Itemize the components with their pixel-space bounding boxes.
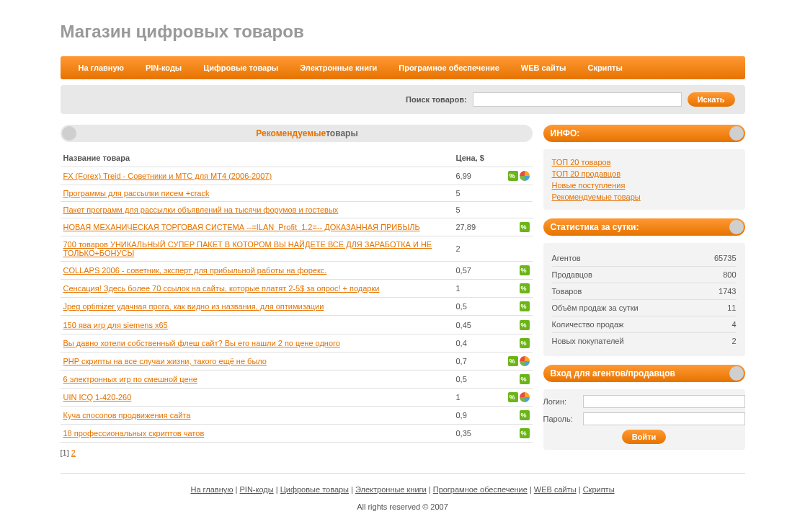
product-price: 1 (453, 280, 504, 298)
col-price: Цена, $ (453, 149, 504, 167)
page-link[interactable]: 2 (71, 448, 76, 457)
product-link[interactable]: Пакет программ для рассылки объявлений н… (63, 205, 339, 214)
product-price: 5 (453, 185, 504, 202)
header: Магазин цифровых товаров (61, 0, 745, 56)
product-price: 0,5 (453, 370, 504, 388)
table-row: 700 товаров УНИКАЛЬНЫЙ СУПЕР ПАКЕТ В КОТ… (61, 236, 533, 262)
table-row: 18 профессиональных скриптов чатов0,35 (61, 425, 533, 443)
divider (61, 473, 745, 474)
stats-row: Новых покупателей2 (552, 333, 737, 349)
product-link[interactable]: Куча спосопов продвижения сайта (63, 411, 191, 420)
stats-row: Количество продаж4 (552, 316, 737, 333)
percent-icon (520, 410, 530, 420)
copyright: All rights reserved © 2007 (61, 498, 745, 526)
search-bar: Поиск товаров: Искать (61, 85, 745, 114)
footer-link[interactable]: Скрипты (583, 485, 615, 494)
product-price: 0,9 (453, 406, 504, 424)
table-row: 150 ява игр для siemens x650,45 (61, 316, 533, 334)
site-title: Магазин цифровых товаров (61, 22, 745, 42)
nav-link[interactable]: Скрипты (577, 63, 633, 72)
product-link[interactable]: Сенсация! Здесь более 70 ссылок на сайты… (63, 284, 380, 293)
footer-link[interactable]: PIN-коды (240, 485, 274, 494)
globe-icon (520, 392, 530, 402)
table-row: Куча спосопов продвижения сайта0,9 (61, 406, 533, 424)
product-price: 0,35 (453, 425, 504, 443)
info-link[interactable]: Новые поступления (552, 179, 737, 191)
product-price: 5 (453, 202, 504, 218)
percent-icon (520, 338, 530, 348)
password-input[interactable] (583, 412, 745, 425)
search-button[interactable]: Искать (688, 92, 735, 107)
percent-icon (520, 374, 530, 384)
product-link[interactable]: UIN ICQ 1-420-260 (63, 393, 132, 402)
nav-link[interactable]: Электронные книги (289, 63, 388, 72)
product-link[interactable]: Вы давно хотели собственный флеш сайт? В… (63, 339, 340, 347)
login-label: Логин: (543, 397, 583, 406)
search-input[interactable] (473, 92, 682, 107)
table-row: Jpeg optimizer удачная прога, как видно … (61, 298, 533, 316)
nav-link[interactable]: На главную (68, 63, 135, 72)
login-button[interactable]: Войти (622, 430, 667, 444)
footer-link[interactable]: Электронные книги (355, 485, 427, 494)
products-table: Название товара Цена, $ FX (Forex) Treid… (61, 149, 533, 443)
col-name: Название товара (61, 149, 453, 167)
product-link[interactable]: 150 ява игр для siemens x65 (63, 321, 168, 329)
login-box: Логин: Пароль: Войти (543, 389, 745, 450)
nav-link[interactable]: Цифровые товары (192, 63, 289, 72)
nav-link[interactable]: Програмное обеспечение (388, 63, 510, 72)
pagination: [1] 2 (61, 448, 533, 457)
product-link[interactable]: 6 электронных игр по смешной цене (63, 375, 197, 384)
product-link[interactable]: Программы для рассылки писем +crack (63, 189, 210, 198)
percent-icon (520, 283, 530, 293)
table-row: FX (Forex) Treid - Советники и МТС для M… (61, 167, 533, 185)
product-price: 0,45 (453, 316, 504, 334)
table-row: COLLAPS 2006 - советник, эксперт для при… (61, 262, 533, 280)
info-link[interactable]: ТОП 20 продавцов (552, 168, 737, 179)
footer-link[interactable]: Програмное обеспечение (433, 485, 528, 494)
table-row: Вы давно хотели собственный флеш сайт? В… (61, 334, 533, 352)
percent-icon (508, 171, 518, 181)
percent-icon (520, 301, 530, 311)
info-link[interactable]: ТОП 20 товаров (552, 156, 737, 168)
search-label: Поиск товаров: (406, 95, 467, 104)
percent-icon (520, 320, 530, 330)
login-input[interactable] (583, 395, 745, 408)
globe-icon (520, 171, 530, 181)
info-link[interactable]: Рекомендуемые товары (552, 191, 737, 203)
table-row: UIN ICQ 1-420-2601 (61, 388, 533, 406)
login-title: Вход для агентов/продавцов (543, 365, 745, 382)
stats-box: Агентов65735Продавцов800Товаров1743Объём… (543, 243, 745, 356)
table-row: 6 электронных игр по смешной цене0,5 (61, 370, 533, 388)
stats-row: Агентов65735 (552, 250, 737, 267)
footer-links: На главную | PIN-коды | Цифровые товары … (61, 481, 745, 498)
nav-link[interactable]: PIN-коды (135, 63, 192, 72)
product-price: 0,5 (453, 298, 504, 316)
percent-icon (508, 356, 518, 366)
nav-link[interactable]: WEB сайты (510, 63, 577, 72)
table-row: Сенсация! Здесь более 70 ссылок на сайты… (61, 280, 533, 298)
product-link[interactable]: 18 профессиональных скриптов чатов (63, 429, 205, 438)
percent-icon (520, 265, 530, 275)
footer-link[interactable]: Цифровые товары (280, 485, 349, 494)
stats-row: Продавцов800 (552, 267, 737, 283)
info-title: ИНФО: (543, 125, 745, 142)
footer-link[interactable]: WEB сайты (534, 485, 577, 494)
percent-icon (508, 392, 518, 402)
info-box: ТОП 20 товаровТОП 20 продавцовНовые пост… (543, 149, 745, 210)
stats-row: Товаров1743 (552, 283, 737, 300)
recommended-title: Рекомендуемые товары (61, 125, 533, 142)
product-price: 1 (453, 388, 504, 406)
product-link[interactable]: PHP скрипты на все случаи жизни, такого … (63, 357, 267, 365)
table-row: НОВАЯ МЕХАНИЧЕСКАЯ ТОРГОВАЯ СИСТЕМА --=I… (61, 218, 533, 236)
product-link[interactable]: FX (Forex) Treid - Советники и МТС для M… (63, 172, 272, 180)
stats-title: Статистика за сутки: (543, 218, 745, 236)
product-link[interactable]: Jpeg optimizer удачная прога, как видно … (63, 302, 324, 311)
product-link[interactable]: 700 товаров УНИКАЛЬНЫЙ СУПЕР ПАКЕТ В КОТ… (63, 240, 432, 257)
product-price: 6,99 (453, 167, 504, 185)
product-link[interactable]: НОВАЯ МЕХАНИЧЕСКАЯ ТОРГОВАЯ СИСТЕМА --=I… (63, 223, 420, 231)
footer-link[interactable]: На главную (190, 485, 233, 494)
product-price: 0,4 (453, 334, 504, 352)
product-link[interactable]: COLLAPS 2006 - советник, эксперт для при… (63, 266, 327, 275)
stats-row: Объём продаж за сутки11 (552, 300, 737, 316)
globe-icon (520, 356, 530, 366)
